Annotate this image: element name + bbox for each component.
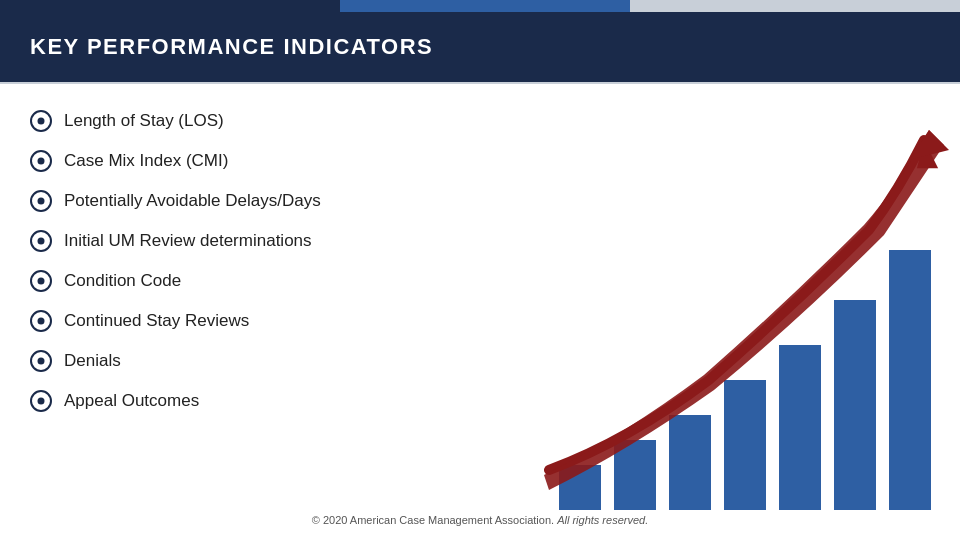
bullet-icon bbox=[30, 230, 52, 252]
kpi-list: Length of Stay (LOS)Case Mix Index (CMI)… bbox=[30, 110, 498, 412]
svg-rect-4 bbox=[779, 345, 821, 510]
footer-text: © 2020 American Case Management Associat… bbox=[312, 514, 648, 526]
main-content: Length of Stay (LOS)Case Mix Index (CMI)… bbox=[0, 95, 528, 445]
bullet-icon bbox=[30, 270, 52, 292]
list-item: Denials bbox=[30, 350, 498, 372]
bullet-text: Length of Stay (LOS) bbox=[64, 111, 224, 131]
top-decorative-bars bbox=[0, 0, 960, 12]
header-banner: KEY PERFORMANCE INDICATORS bbox=[0, 12, 960, 82]
chart-area bbox=[528, 80, 960, 510]
list-item: Condition Code bbox=[30, 270, 498, 292]
bar-blue bbox=[340, 0, 630, 12]
page-title: KEY PERFORMANCE INDICATORS bbox=[30, 34, 433, 60]
bullet-icon bbox=[30, 350, 52, 372]
list-item: Appeal Outcomes bbox=[30, 390, 498, 412]
bullet-text: Continued Stay Reviews bbox=[64, 311, 249, 331]
list-item: Length of Stay (LOS) bbox=[30, 110, 498, 132]
bullet-text: Condition Code bbox=[64, 271, 181, 291]
bullet-text: Denials bbox=[64, 351, 121, 371]
svg-rect-6 bbox=[889, 250, 931, 510]
svg-rect-3 bbox=[724, 380, 766, 510]
bullet-icon bbox=[30, 150, 52, 172]
bar-navy bbox=[0, 0, 340, 12]
bullet-icon bbox=[30, 390, 52, 412]
bar-gray bbox=[630, 0, 960, 12]
bullet-text: Initial UM Review determinations bbox=[64, 231, 312, 251]
bullet-icon bbox=[30, 110, 52, 132]
bullet-icon bbox=[30, 310, 52, 332]
bullet-text: Appeal Outcomes bbox=[64, 391, 199, 411]
svg-rect-5 bbox=[834, 300, 876, 510]
list-item: Case Mix Index (CMI) bbox=[30, 150, 498, 172]
kpi-chart bbox=[528, 80, 960, 510]
bullet-text: Potentially Avoidable Delays/Days bbox=[64, 191, 321, 211]
bullet-text: Case Mix Index (CMI) bbox=[64, 151, 228, 171]
footer: © 2020 American Case Management Associat… bbox=[0, 510, 960, 528]
list-item: Potentially Avoidable Delays/Days bbox=[30, 190, 498, 212]
bullet-icon bbox=[30, 190, 52, 212]
list-item: Continued Stay Reviews bbox=[30, 310, 498, 332]
svg-rect-2 bbox=[669, 415, 711, 510]
list-item: Initial UM Review determinations bbox=[30, 230, 498, 252]
